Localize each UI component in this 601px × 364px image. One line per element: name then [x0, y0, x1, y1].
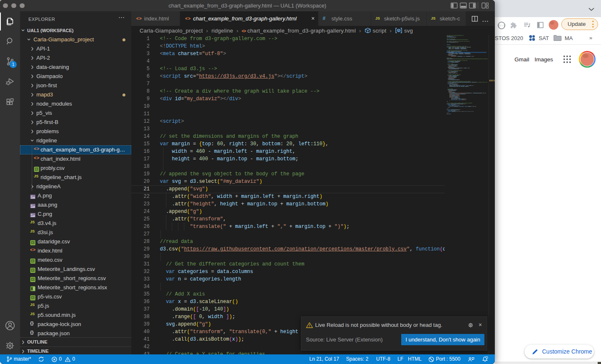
svg-text:{··}: {··}	[498, 24, 505, 28]
